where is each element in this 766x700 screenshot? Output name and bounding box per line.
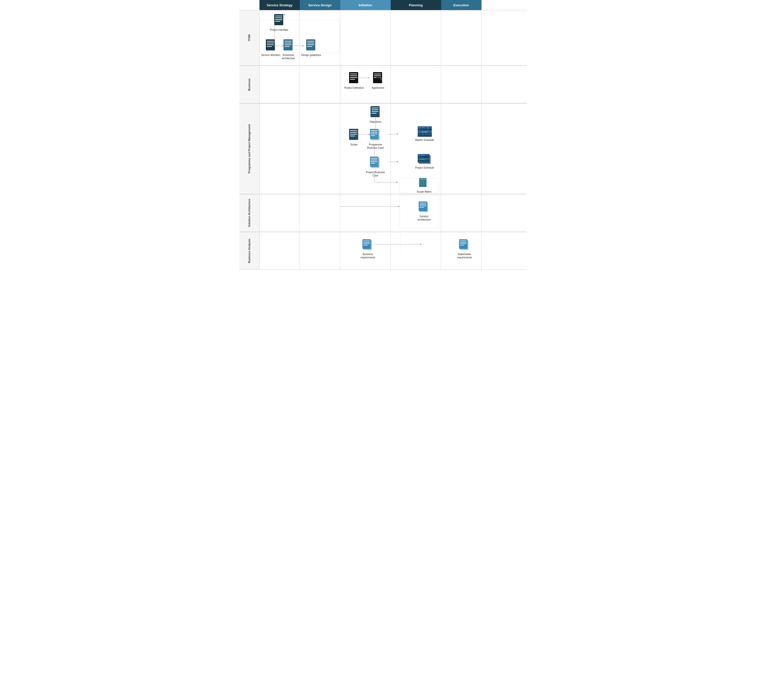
svg-text:La  Start  Stack  Late: La Start Stack Late: [418, 161, 423, 161]
ba-sd-cell: [300, 232, 340, 269]
swim-row-ba: Business Analysis: [239, 232, 527, 270]
svg-rect-32: [374, 75, 381, 76]
svg-rect-114: [419, 207, 424, 207]
row-label-sa: Solution Architecture: [239, 194, 260, 232]
svg-rect-13: [285, 43, 291, 43]
sa-execution-cell: [441, 194, 481, 232]
agreement-icon: [372, 72, 384, 85]
ba-planning-cell: [391, 232, 441, 269]
svg-rect-14: [285, 44, 291, 45]
enterprise-architecture-node: Enterprise architecture: [279, 40, 299, 60]
svg-rect-127: [460, 240, 466, 241]
header-label-cell: [239, 0, 260, 10]
ba-content: Business requirements: [260, 232, 527, 269]
project-mandate-icon: [274, 14, 285, 27]
svg-rect-97: [421, 179, 423, 180]
ba-execution-cell: Stakeholder requirements: [441, 232, 481, 269]
itsm-execution-cell: [441, 10, 481, 65]
svg-rect-61: [371, 163, 375, 164]
svg-rect-54: [371, 135, 375, 136]
svg-rect-113: [419, 205, 426, 206]
svg-rect-1: [275, 16, 282, 16]
svg-text:Stack: Stack: [422, 134, 424, 135]
solution-architecture-icon: [419, 201, 430, 214]
design-guidelines-node: Design guidelines: [301, 40, 321, 57]
svg-rect-7: [267, 41, 274, 42]
sa-planning-cell: Solution architecture: [391, 194, 441, 232]
svg-text:Finish: Finish: [427, 129, 429, 130]
project-schedule-icon: Early Durat Early St Early Durat Early S…: [418, 154, 432, 165]
row-label-itsm: ITSM: [239, 10, 260, 65]
scope-matrix-icon: [419, 178, 430, 189]
ba-ss-cell: [260, 232, 300, 269]
project-bc-icon: [370, 156, 381, 170]
project-mandate-node: Project mandate: [269, 14, 289, 32]
svg-rect-53: [371, 134, 377, 134]
enterprise-architecture-icon: [283, 40, 294, 52]
objectives-node: Objectives: [366, 106, 386, 123]
svg-rect-4: [275, 21, 280, 22]
svg-rect-10: [267, 46, 272, 47]
business-execution-cell: [441, 66, 481, 103]
business-requirements-icon: [362, 239, 374, 251]
svg-rect-112: [419, 204, 426, 205]
svg-rect-121: [363, 242, 370, 242]
svg-rect-26: [350, 74, 357, 74]
master-schedule-icon: Early Durat Early Start on Finish Task N…: [418, 126, 432, 137]
service-definition-node: Service definition: [261, 40, 281, 57]
svg-rect-9: [267, 44, 274, 45]
svg-text:Sta  Finish        Finish: Sta Finish Finish: [418, 162, 422, 162]
svg-rect-17: [307, 41, 314, 42]
svg-rect-128: [460, 242, 466, 242]
swim-row-itsm: ITSM Proje: [239, 10, 527, 66]
svg-rect-3: [275, 19, 282, 20]
svg-rect-129: [460, 243, 466, 244]
col-header-service-strategy: Service Strategy: [260, 0, 300, 10]
svg-rect-51: [371, 130, 377, 131]
svg-rect-123: [363, 245, 368, 245]
svg-text:Early: Early: [427, 127, 429, 128]
svg-text:Start   on  Finish: Start on Finish: [418, 157, 421, 158]
svg-rect-122: [363, 243, 370, 244]
business-content: Product Definition Agreem: [260, 66, 527, 103]
sa-content: Solution architecture: [260, 194, 527, 232]
svg-rect-96: [419, 179, 421, 180]
svg-text:Durat Early: Durat Early: [421, 155, 424, 156]
objectives-icon: [370, 106, 381, 119]
svg-text:Task Name: Task Name: [421, 159, 425, 160]
svg-text:Task Name: Task Name: [422, 131, 428, 133]
sa-initiation-cell: [340, 194, 391, 232]
svg-text:Finish: Finish: [428, 134, 430, 135]
project-bc-node: Project Business Case: [366, 156, 386, 177]
svg-rect-46: [350, 134, 357, 134]
svg-rect-98: [424, 179, 426, 180]
svg-rect-41: [372, 111, 378, 112]
itsm-initiation-cell: [340, 10, 391, 65]
svg-rect-18: [307, 43, 314, 43]
business-requirements-node: Business requirements: [358, 239, 378, 259]
ppm-initiation-cell: Objectives Scope: [340, 104, 391, 194]
agreement-node: Agreement: [368, 72, 388, 90]
svg-text:on: on: [422, 129, 423, 130]
product-definition-node: Product Definition: [344, 72, 364, 90]
sa-sd-cell: [300, 194, 340, 232]
svg-rect-42: [372, 113, 377, 114]
svg-rect-29: [350, 79, 355, 80]
svg-rect-12: [285, 41, 291, 42]
ppm-sd-cell: [300, 104, 340, 194]
ba-initiation-cell: Business requirements: [340, 232, 391, 269]
svg-rect-33: [374, 77, 377, 78]
product-definition-icon: [348, 72, 360, 85]
svg-rect-2: [275, 17, 282, 18]
svg-text:Durat: Durat: [422, 127, 425, 128]
ppm-planning-cell: Early Durat Early Start on Finish Task N…: [391, 104, 441, 194]
business-initiation-cell: Product Definition Agreem: [340, 66, 391, 103]
svg-marker-5: [283, 14, 285, 16]
stakeholder-requirements-node: Stakeholder requirements: [453, 239, 476, 259]
svg-rect-15: [285, 46, 290, 47]
ppm-ss-cell: [260, 104, 300, 194]
swim-row-ppm: Programme and Project Management: [239, 103, 527, 194]
itsm-content: Project mandate Service definition: [260, 10, 527, 65]
business-ss-cell: [260, 66, 300, 103]
business-planning-cell: [391, 66, 441, 103]
